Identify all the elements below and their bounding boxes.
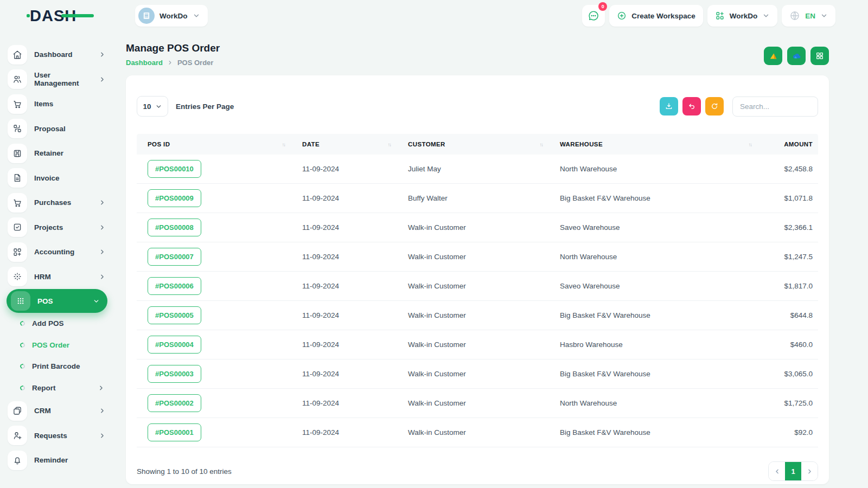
messages-button[interactable]: 0 bbox=[582, 5, 605, 27]
export-button[interactable] bbox=[660, 97, 678, 115]
pagination-next-button[interactable] bbox=[801, 462, 818, 480]
search-input[interactable] bbox=[732, 97, 818, 117]
pos-id-badge[interactable]: #POS00009 bbox=[148, 189, 201, 207]
sidebar-item-invoice[interactable]: Invoice bbox=[0, 166, 115, 191]
sidebar-item-requests[interactable]: Requests bbox=[0, 423, 115, 448]
undo-button[interactable] bbox=[682, 97, 701, 115]
cell-amount: $2,458.8 bbox=[758, 165, 818, 173]
pos-id-badge[interactable]: #POS00010 bbox=[148, 160, 201, 178]
sidebar-item-user-management[interactable]: User Management bbox=[0, 67, 115, 92]
create-workspace-button[interactable]: Create Workspace bbox=[609, 5, 703, 27]
table-row[interactable]: #POS00003 11-09-2024 Walk-in Customer Bi… bbox=[137, 359, 818, 389]
chevron-right-icon bbox=[806, 468, 813, 475]
cell-amount: $460.0 bbox=[758, 341, 818, 349]
column-header-date[interactable]: DATE ↑↓ bbox=[291, 141, 397, 147]
sidebar-item-hrm[interactable]: HRM bbox=[0, 265, 115, 290]
table-row[interactable]: #POS00008 11-09-2024 Walk-in Customer Sa… bbox=[137, 213, 818, 242]
sort-icon[interactable]: ↑↓ bbox=[749, 142, 752, 147]
workspace-dropdown[interactable]: WorkDo bbox=[707, 5, 778, 27]
cell-warehouse: North Warehouse bbox=[549, 165, 758, 173]
sidebar-item-crm[interactable]: CRM bbox=[0, 399, 115, 423]
pagination-page-1[interactable]: 1 bbox=[785, 462, 801, 480]
sidebar-item-dashboard[interactable]: Dashboard bbox=[0, 42, 115, 67]
cell-amount: $1,071.8 bbox=[758, 194, 818, 202]
sidebar-subitem-pos-order[interactable]: POS Order bbox=[0, 335, 115, 356]
sort-icon[interactable]: ↑↓ bbox=[282, 142, 285, 147]
cell-date: 11-09-2024 bbox=[291, 253, 397, 261]
sidebar-subitem-report[interactable]: Report bbox=[0, 377, 115, 399]
sidebar-item-reminder[interactable]: Reminder bbox=[0, 448, 115, 473]
column-header-customer[interactable]: CUSTOMER ↑↓ bbox=[397, 141, 549, 147]
onedrive-button[interactable] bbox=[787, 47, 806, 65]
pos-id-badge[interactable]: #POS00001 bbox=[148, 423, 201, 441]
workspace-selector[interactable]: WorkDo bbox=[135, 5, 208, 27]
main-content: Manage POS Order Dashboard POS Order bbox=[115, 31, 868, 488]
sidebar-item-items[interactable]: Items bbox=[0, 92, 115, 117]
table-row[interactable]: #POS00010 11-09-2024 Juliet May North Wa… bbox=[137, 155, 818, 184]
sidebar-item-accounting[interactable]: Accounting bbox=[0, 240, 115, 265]
column-header-pos-id[interactable]: POS ID ↑↓ bbox=[137, 141, 291, 147]
bell-icon bbox=[12, 455, 22, 465]
table-row[interactable]: #POS00009 11-09-2024 Buffy Walter Big Ba… bbox=[137, 184, 818, 213]
breadcrumb-dashboard-link[interactable]: Dashboard bbox=[126, 59, 163, 67]
cell-warehouse: Saveo Warehouse bbox=[549, 223, 758, 232]
table-row[interactable]: #POS00002 11-09-2024 Walk-in Customer No… bbox=[137, 389, 818, 418]
table-row[interactable]: #POS00007 11-09-2024 Walk-in Customer No… bbox=[137, 242, 818, 272]
pos-id-badge[interactable]: #POS00006 bbox=[148, 277, 201, 295]
cell-customer: Walk-in Customer bbox=[397, 341, 549, 349]
pos-id-badge[interactable]: #POS00002 bbox=[148, 394, 201, 412]
table-row[interactable]: #POS00005 11-09-2024 Walk-in Customer Bi… bbox=[137, 301, 818, 330]
grid-plus-icon bbox=[715, 11, 725, 21]
bullet-icon bbox=[20, 363, 26, 370]
cloud-icon bbox=[792, 51, 802, 61]
table-row[interactable]: #POS00006 11-09-2024 Walk-in Customer Sa… bbox=[137, 272, 818, 301]
cell-amount: $3,065.0 bbox=[758, 370, 818, 378]
column-header-warehouse[interactable]: WAREHOUSE ↑↓ bbox=[549, 141, 758, 147]
app-logo[interactable]: DASH bbox=[30, 7, 94, 25]
chevron-right-icon bbox=[99, 248, 106, 255]
topbar-right: 0 Create Workspace WorkDo EN bbox=[582, 5, 835, 27]
language-dropdown[interactable]: EN bbox=[782, 5, 835, 27]
table-row[interactable]: #POS00001 11-09-2024 Walk-in Customer Bi… bbox=[137, 418, 818, 447]
pos-id-badge[interactable]: #POS00003 bbox=[148, 365, 201, 383]
cell-customer: Juliet May bbox=[397, 165, 549, 173]
sidebar-item-purchases[interactable]: Purchases bbox=[0, 190, 115, 215]
cell-date: 11-09-2024 bbox=[291, 282, 397, 290]
cell-date: 11-09-2024 bbox=[291, 399, 397, 407]
cell-amount: $92.0 bbox=[758, 428, 818, 436]
pos-order-card: 10 Entries Per Page bbox=[126, 75, 829, 484]
pos-id-badge[interactable]: #POS00005 bbox=[148, 306, 201, 324]
proposal-icon bbox=[12, 124, 22, 133]
pos-id-badge[interactable]: #POS00008 bbox=[148, 219, 201, 236]
cell-date: 11-09-2024 bbox=[291, 311, 397, 319]
sidebar-item-pos[interactable]: POS bbox=[7, 289, 107, 313]
pos-id-badge[interactable]: #POS00004 bbox=[148, 336, 201, 354]
bullet-icon bbox=[20, 320, 26, 327]
sort-icon[interactable]: ↑↓ bbox=[540, 142, 543, 147]
sidebar-item-projects[interactable]: Projects bbox=[0, 215, 115, 240]
chevron-right-icon bbox=[98, 384, 105, 391]
cell-customer: Walk-in Customer bbox=[397, 253, 549, 261]
sidebar: Dashboard User Management Items Proposal… bbox=[0, 31, 115, 488]
sidebar-item-proposal[interactable]: Proposal bbox=[0, 117, 115, 142]
chevron-left-icon bbox=[774, 468, 781, 475]
grid-view-button[interactable] bbox=[810, 47, 829, 65]
cell-amount: $1,247.5 bbox=[758, 253, 818, 261]
entries-per-page-select[interactable]: 10 bbox=[137, 96, 168, 117]
cell-date: 11-09-2024 bbox=[291, 223, 397, 232]
cell-amount: $1,725.0 bbox=[758, 399, 818, 407]
pos-id-badge[interactable]: #POS00007 bbox=[148, 248, 201, 266]
google-drive-button[interactable] bbox=[764, 47, 782, 65]
sort-icon[interactable]: ↑↓ bbox=[388, 142, 391, 147]
sidebar-subitem-add-pos[interactable]: Add POS bbox=[0, 313, 115, 335]
chevron-down-icon bbox=[155, 103, 162, 110]
sidebar-subitem-print-barcode[interactable]: Print Barcode bbox=[0, 356, 115, 377]
showing-entries-text: Showing 1 to 10 of 10 entries bbox=[137, 467, 232, 476]
sidebar-item-retainer[interactable]: Retainer bbox=[0, 141, 115, 166]
chevron-right-icon bbox=[99, 199, 106, 206]
table-row[interactable]: #POS00004 11-09-2024 Walk-in Customer Ha… bbox=[137, 330, 818, 359]
globe-icon bbox=[789, 10, 800, 21]
column-header-amount[interactable]: AMOUNT bbox=[758, 141, 818, 147]
refresh-button[interactable] bbox=[705, 97, 724, 115]
pagination-prev-button[interactable] bbox=[769, 462, 785, 480]
